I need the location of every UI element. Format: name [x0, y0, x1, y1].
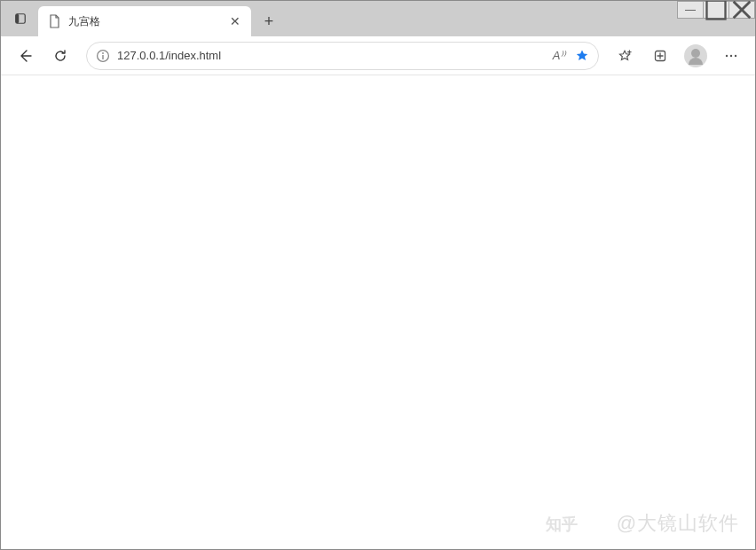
window-controls: —	[678, 1, 755, 19]
read-aloud-icon[interactable]: A⁾⁾	[552, 49, 566, 63]
toolbar: 127.0.0.1/index.html A⁾⁾	[1, 36, 755, 75]
url-text: 127.0.0.1/index.html	[117, 49, 545, 62]
watermark-zhihu: 知乎	[546, 514, 578, 535]
svg-point-4	[102, 52, 104, 54]
refresh-button[interactable]	[45, 41, 75, 71]
favorites-button[interactable]	[610, 41, 640, 71]
site-info-icon[interactable]	[96, 49, 110, 63]
close-window-button[interactable]	[728, 1, 755, 19]
back-button[interactable]	[10, 41, 40, 71]
favorite-star-icon[interactable]	[575, 49, 589, 63]
page-icon	[47, 14, 61, 28]
minimize-button[interactable]: —	[677, 1, 704, 19]
address-actions: A⁾⁾	[552, 49, 589, 63]
avatar-icon	[684, 44, 707, 67]
svg-point-7	[726, 54, 728, 56]
svg-point-8	[730, 54, 732, 56]
profile-button[interactable]	[681, 41, 711, 71]
page-content: 知乎 @大镜山软件	[1, 75, 755, 549]
collections-button[interactable]	[645, 41, 675, 71]
browser-tab[interactable]: 九宫格 ✕	[38, 6, 251, 36]
watermark-text: @大镜山软件	[617, 510, 739, 537]
tab-title: 九宫格	[68, 14, 221, 29]
maximize-button[interactable]	[703, 1, 729, 19]
titlebar: 九宫格 ✕ +	[1, 1, 755, 36]
more-menu-button[interactable]	[716, 41, 746, 71]
address-bar[interactable]: 127.0.0.1/index.html A⁾⁾	[86, 42, 599, 70]
new-tab-button[interactable]: +	[256, 9, 281, 34]
svg-rect-2	[16, 14, 20, 24]
svg-rect-5	[102, 55, 103, 59]
tab-close-button[interactable]: ✕	[228, 14, 242, 28]
tab-actions-button[interactable]	[8, 6, 33, 31]
svg-rect-0	[707, 1, 726, 20]
svg-point-9	[735, 54, 736, 56]
